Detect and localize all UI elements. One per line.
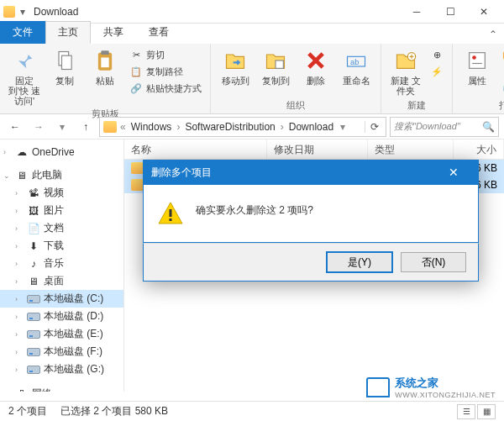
view-icons-button[interactable]: ▦ (477, 404, 496, 419)
ribbon-collapse-button[interactable]: ⌃ (482, 25, 504, 44)
open-button[interactable]: 📂 (500, 47, 504, 62)
refresh-button[interactable]: ⟳ (365, 121, 384, 133)
pin-button[interactable]: 固定到'快 速访问' (7, 47, 42, 106)
watermark-icon (366, 377, 390, 397)
qat-dropdown[interactable]: ▾ (17, 6, 29, 18)
network-icon: 🖧 (15, 388, 29, 392)
breadcrumb-dropdown[interactable]: ▾ (340, 121, 345, 133)
tab-share[interactable]: 共享 (91, 21, 136, 44)
dialog-close-button[interactable]: ✕ (437, 166, 470, 179)
svg-rect-12 (170, 218, 172, 221)
chevron-right-icon[interactable]: › (281, 121, 284, 133)
minimize-button[interactable]: ─ (400, 2, 433, 22)
tab-file[interactable]: 文件 (0, 21, 45, 44)
col-size[interactable]: 大小 (454, 139, 504, 159)
navigation-pane: ›☁OneDrive ⌄🖥此电脑 ›📽视频 ›🖼图片 ›📄文档 ›⬇下载 ›♪音… (0, 139, 124, 392)
status-selected: 已选择 2 个项目 580 KB (60, 404, 168, 418)
nav-drive-f[interactable]: ›本地磁盘 (F:) (0, 343, 123, 360)
tab-view[interactable]: 查看 (136, 21, 181, 44)
dialog-titlebar[interactable]: 删除多个项目 ✕ (143, 160, 479, 185)
group-open-label: 打开 (459, 97, 504, 112)
svg-point-10 (472, 55, 476, 60)
watermark: 系统之家 WWW.XITONGZHIJIA.NET (366, 376, 496, 399)
paste-shortcut-button[interactable]: 🔗粘贴快捷方式 (128, 81, 203, 96)
new-item-button[interactable]: ⊕ (428, 47, 445, 62)
paste-button[interactable]: 粘贴 (87, 47, 123, 86)
copypath-icon: 📋 (129, 65, 143, 78)
forward-button[interactable]: → (29, 117, 49, 137)
recent-locations[interactable]: ▾ (52, 117, 72, 137)
chevron-right-icon[interactable]: › (176, 121, 180, 133)
warning-icon (157, 200, 184, 227)
onedrive-icon: ☁ (15, 146, 29, 158)
nav-music[interactable]: ›♪音乐 (0, 255, 123, 272)
delete-button[interactable]: 删除 (298, 47, 333, 86)
cut-icon: ✂ (129, 48, 143, 61)
svg-text:ab: ab (350, 58, 359, 66)
col-date[interactable]: 修改日期 (267, 139, 367, 159)
copy-to-button[interactable]: 复制到 (258, 47, 293, 86)
move-to-button[interactable]: 移动到 (218, 47, 253, 86)
copy-path-button[interactable]: 📋复制路径 (128, 64, 203, 79)
chevron-right-icon[interactable]: « (120, 121, 126, 133)
svg-rect-11 (170, 209, 172, 217)
desktop-icon: 🖥 (27, 276, 40, 287)
address-bar: ← → ▾ ↑ « Windows › SoftwareDistribution… (0, 114, 504, 139)
close-button[interactable]: ✕ (467, 2, 501, 22)
nav-onedrive[interactable]: ›☁OneDrive (0, 145, 123, 160)
nav-downloads[interactable]: ›⬇下载 (0, 237, 123, 255)
rename-button[interactable]: ab 重命名 (339, 47, 374, 86)
column-headers: 名称 修改日期 类型 大小 (124, 139, 504, 160)
search-input[interactable]: 搜索"Download" 🔍 (390, 117, 499, 137)
drive-icon (27, 330, 40, 339)
nav-drive-e[interactable]: ›本地磁盘 (E:) (0, 325, 123, 343)
breadcrumb-item[interactable]: Windows (128, 121, 176, 133)
maximize-button[interactable]: ☐ (433, 2, 467, 22)
copyto-icon (262, 47, 289, 74)
nav-pictures[interactable]: ›🖼图片 (0, 202, 123, 219)
col-type[interactable]: 类型 (368, 139, 454, 159)
nav-drive-g[interactable]: ›本地磁盘 (G:) (0, 360, 123, 378)
nav-drive-c[interactable]: ›本地磁盘 (C:) (0, 290, 123, 308)
copy-icon (51, 47, 78, 74)
folder-icon (3, 6, 15, 18)
delete-dialog: 删除多个项目 ✕ 确实要永久删除这 2 项吗? 是(Y) 否(N) (143, 160, 479, 282)
shortcut-icon: 🔗 (129, 82, 143, 95)
up-button[interactable]: ↑ (76, 117, 96, 137)
col-name[interactable]: 名称 (124, 139, 267, 159)
nav-drive-d[interactable]: ›本地磁盘 (D:) (0, 308, 123, 325)
nav-documents[interactable]: ›📄文档 (0, 219, 123, 237)
back-button[interactable]: ← (5, 117, 25, 137)
newitem-icon: ⊕ (430, 48, 444, 61)
nav-network[interactable]: ›🖧网络 (0, 385, 123, 392)
newfolder-icon (392, 47, 419, 74)
properties-icon (464, 47, 491, 74)
nav-this-pc[interactable]: ⌄🖥此电脑 (0, 166, 123, 184)
group-new-label: 新建 (388, 97, 445, 112)
dialog-yes-button[interactable]: 是(Y) (327, 252, 392, 272)
history-button[interactable]: 🕘历史记录 (500, 81, 504, 96)
view-details-button[interactable]: ☰ (457, 404, 475, 419)
titlebar: ▾ Download ─ ☐ ✕ (0, 0, 504, 24)
svg-rect-1 (62, 55, 72, 69)
status-bar: 2 个项目 已选择 2 个项目 580 KB ☰ ▦ (0, 401, 504, 421)
tab-home[interactable]: 主页 (45, 21, 91, 44)
cut-button[interactable]: ✂剪切 (128, 47, 203, 62)
pin-icon (11, 47, 38, 74)
breadcrumb-item[interactable]: Download (286, 121, 337, 133)
paste-icon (92, 47, 118, 74)
properties-button[interactable]: 属性 (459, 47, 495, 86)
nav-desktop[interactable]: ›🖥桌面 (0, 272, 123, 290)
downloads-icon: ⬇ (27, 240, 40, 252)
breadcrumb-item[interactable]: SoftwareDistribution (181, 121, 278, 133)
moveto-icon (222, 47, 249, 74)
drive-icon (27, 313, 40, 321)
copy-button[interactable]: 复制 (47, 47, 82, 86)
breadcrumb[interactable]: « Windows › SoftwareDistribution › Downl… (99, 117, 386, 137)
edit-button[interactable]: ✎编辑 (500, 64, 504, 79)
easy-access-button[interactable]: ⚡ (428, 64, 445, 79)
group-organize-label: 组织 (218, 97, 374, 112)
new-folder-button[interactable]: 新建 文件夹 (388, 47, 423, 96)
dialog-no-button[interactable]: 否(N) (401, 252, 466, 272)
nav-videos[interactable]: ›📽视频 (0, 184, 123, 202)
